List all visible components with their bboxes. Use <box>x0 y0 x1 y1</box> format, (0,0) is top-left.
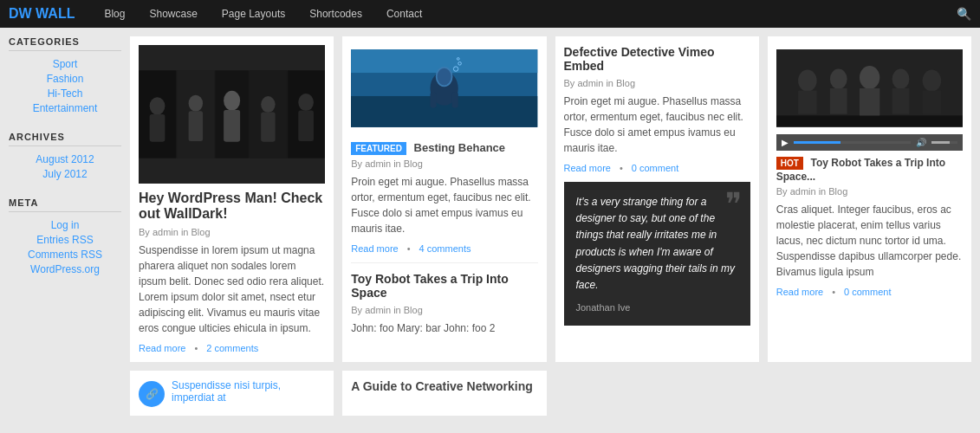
post5-comments[interactable]: 0 comment <box>844 287 891 297</box>
post4-read-more[interactable]: Read more <box>564 163 611 173</box>
quote-cite: Jonathan Ive <box>576 302 631 313</box>
svg-rect-30 <box>798 91 817 114</box>
post4-title[interactable]: Defective Detective Vimeo Embed <box>564 45 750 73</box>
post1-title[interactable]: Hey WordPress Man! Check out WallDark! <box>139 191 325 222</box>
svg-rect-13 <box>261 112 275 141</box>
svg-point-8 <box>189 95 203 112</box>
post5-badge-row: HOT Toy Robot Takes a Trip Into Space... <box>776 156 963 183</box>
svg-point-14 <box>298 94 314 111</box>
post2-comments[interactable]: 4 comments <box>419 243 471 254</box>
sidebar-item-hitech[interactable]: Hi-Tech <box>9 87 121 100</box>
svg-rect-11 <box>224 110 240 142</box>
video-controls: ▶ 🔊 <box>776 134 963 151</box>
post-card-1: Hey WordPress Man! Check out WallDark! B… <box>130 36 334 362</box>
search-icon[interactable]: 🔍 <box>957 7 971 21</box>
sidebar-meta-entries-rss[interactable]: Entries RSS <box>9 234 121 246</box>
volume-bar[interactable] <box>931 141 957 144</box>
link-icon: 🔗 <box>139 381 165 407</box>
post3-meta: By admin in Blog <box>351 305 537 315</box>
svg-rect-32 <box>830 88 847 114</box>
sidebar-item-sport[interactable]: Sport <box>9 58 121 70</box>
sidebar-categories: CATEGORIES Sport Fashion Hi-Tech Enterta… <box>9 36 121 114</box>
post5-meta: By admin in Blog <box>776 186 963 197</box>
progress-bar[interactable] <box>794 141 911 144</box>
post2-excerpt: Proin eget mi augue. Phasellus massa ort… <box>351 174 537 236</box>
post-card-2: FEATURED Besting Behance By admin in Blo… <box>342 36 546 362</box>
nav-page-layouts[interactable]: Page Layouts <box>210 0 297 28</box>
sidebar-item-fashion[interactable]: Fashion <box>9 73 121 85</box>
svg-point-37 <box>922 69 941 91</box>
link-item-title[interactable]: Suspendisse nisi turpis, imperdiat at <box>172 379 325 404</box>
nav-blog[interactable]: Blog <box>92 0 137 28</box>
post3-title[interactable]: Toy Robot Takes a Trip Into Space <box>351 272 537 300</box>
svg-rect-9 <box>189 111 203 141</box>
post4-meta: By admin in Blog <box>564 78 750 88</box>
post1-read-more[interactable]: Read more <box>139 343 185 353</box>
svg-point-35 <box>892 69 909 89</box>
logo-dw: DW <box>9 6 32 21</box>
sidebar-item-entertainment[interactable]: Entertainment <box>9 102 121 114</box>
logo[interactable]: DW WALL <box>9 6 75 22</box>
nav-shortcodes[interactable]: Shortcodes <box>297 0 374 28</box>
svg-rect-34 <box>860 88 879 115</box>
archives-label: ARCHIVES <box>9 132 121 146</box>
post5-video-thumb: ▶ 🔊 <box>776 45 963 151</box>
svg-rect-38 <box>922 91 941 114</box>
post5-read-more[interactable]: Read more <box>776 287 823 297</box>
header: DW WALL Blog Showcase Page Layouts Short… <box>0 0 980 28</box>
page-wrapper: CATEGORIES Sport Fashion Hi-Tech Enterta… <box>0 28 980 424</box>
post-card-3: Toy Robot Takes a Trip Into Space By adm… <box>351 262 537 336</box>
svg-rect-7 <box>150 114 165 142</box>
quote-text: It's a very strange thing for a designer… <box>576 194 738 294</box>
post2-read-more[interactable]: Read more <box>351 243 398 254</box>
post2-image <box>351 45 537 134</box>
svg-rect-23 <box>452 92 458 107</box>
svg-rect-15 <box>298 111 314 141</box>
volume-icon[interactable]: 🔊 <box>916 138 926 147</box>
post4-comments[interactable]: 0 comment <box>632 163 678 173</box>
sidebar-meta-comments-rss[interactable]: Comments RSS <box>9 249 121 261</box>
svg-rect-36 <box>892 88 909 114</box>
svg-point-10 <box>224 91 240 111</box>
post2-meta: By admin in Blog <box>351 158 537 169</box>
main-content: Hey WordPress Man! Check out WallDark! B… <box>130 36 971 416</box>
svg-point-31 <box>830 69 847 89</box>
svg-point-20 <box>437 68 452 87</box>
sidebar-archive-aug[interactable]: August 2012 <box>9 153 121 165</box>
sidebar: CATEGORIES Sport Fashion Hi-Tech Enterta… <box>9 36 121 416</box>
categories-label: CATEGORIES <box>9 36 121 51</box>
post-card-5: ▶ 🔊 HOT Toy Robot Takes a Trip Into Spac… <box>768 36 971 362</box>
post5-footer: Read more • 0 comment <box>776 287 963 297</box>
post2-title[interactable]: Besting Behance <box>414 141 505 154</box>
featured-badge: FEATURED <box>351 142 406 155</box>
post2-footer: Read more • 4 comments <box>351 243 537 254</box>
sidebar-meta-login[interactable]: Log in <box>9 219 121 231</box>
svg-point-29 <box>798 69 817 91</box>
post3-excerpt: John: foo Mary: bar John: foo 2 <box>351 320 537 336</box>
guide-title[interactable]: A Guide to Creative Networking <box>351 379 537 393</box>
progress-fill <box>794 141 840 144</box>
post1-image <box>139 45 325 184</box>
post4-excerpt: Proin eget mi augue. Phasellus massa ort… <box>564 94 750 156</box>
meta-label: META <box>9 197 121 212</box>
post2-badge-row: FEATURED Besting Behance <box>351 141 537 155</box>
logo-wall: WALL <box>32 6 75 21</box>
volume-fill <box>931 141 950 144</box>
post1-excerpt: Suspendisse in lorem ipsum ut magna phar… <box>139 242 325 336</box>
sidebar-archive-jul[interactable]: July 2012 <box>9 168 121 180</box>
svg-point-6 <box>150 97 165 114</box>
nav-contact[interactable]: Contact <box>374 0 434 28</box>
svg-point-33 <box>860 66 879 89</box>
svg-rect-22 <box>431 92 437 107</box>
sidebar-meta: META Log in Entries RSS Comments RSS Wor… <box>9 197 121 275</box>
svg-point-12 <box>261 96 275 113</box>
sidebar-meta-wordpress[interactable]: WordPress.org <box>9 263 121 275</box>
post1-comments[interactable]: 2 comments <box>206 343 258 353</box>
post4-footer: Read more • 0 comment <box>564 163 750 173</box>
link-item: 🔗 Suspendisse nisi turpis, imperdiat at <box>130 371 334 416</box>
nav-showcase[interactable]: Showcase <box>137 0 209 28</box>
post-card-4: Defective Detective Vimeo Embed By admin… <box>555 36 759 362</box>
post1-meta: By admin in Blog <box>139 227 325 237</box>
play-button[interactable]: ▶ <box>782 138 789 147</box>
post1-footer: Read more • 2 comments <box>139 343 325 353</box>
